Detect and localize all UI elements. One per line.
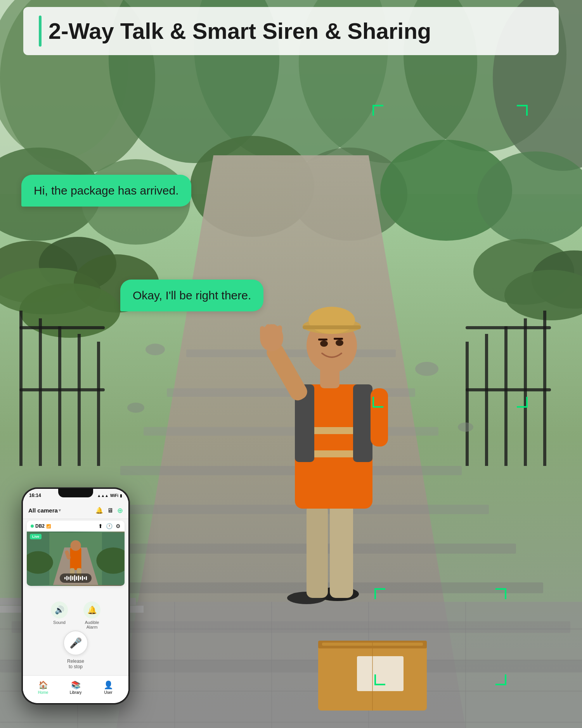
add-icon[interactable]: ⊕: [117, 506, 123, 515]
main-container: 2-Way Talk & Smart Siren & Sharing Hi, t…: [0, 0, 582, 728]
svg-rect-48: [19, 326, 105, 329]
nav-library[interactable]: 📚 Library: [59, 680, 92, 695]
camera-card-header: DB2 📶 ⬆ 🕐 ⚙: [27, 521, 125, 532]
user-nav-label: User: [104, 690, 112, 695]
home-nav-label: Home: [38, 690, 48, 695]
dropdown-arrow: ▾: [59, 508, 61, 513]
live-badge: Live: [30, 534, 42, 539]
history-icon[interactable]: 🕐: [106, 523, 113, 529]
header-action-icons: 🔔 🖥 ⊕: [95, 506, 123, 515]
battery-icon: ▮: [120, 493, 122, 498]
wifi-small-icon: 📶: [46, 524, 51, 528]
svg-rect-83: [303, 325, 361, 329]
mic-button-area: 🎤 Release to stop: [23, 631, 128, 669]
header-section: 2-Way Talk & Smart Siren & Sharing: [23, 7, 559, 55]
audio-wave: [60, 573, 92, 583]
speech-bubble-1: Hi, the package has arrived.: [21, 175, 191, 207]
page-title: 2-Way Talk & Smart Siren & Sharing: [48, 19, 431, 43]
camera-card: DB2 📶 ⬆ 🕐 ⚙: [27, 521, 125, 586]
svg-rect-87: [334, 338, 343, 340]
camera-label[interactable]: All camera ▾: [28, 507, 61, 514]
svg-rect-49: [19, 388, 105, 391]
svg-rect-50: [466, 342, 469, 466]
svg-rect-44: [39, 318, 42, 466]
camera-status-dot: [31, 525, 34, 528]
camera-action-icons: ⬆ 🕐 ⚙: [98, 523, 121, 529]
wave-bar-8: [78, 575, 79, 581]
camera-thumbnail[interactable]: Live: [27, 532, 125, 586]
wifi-icon: WiFi: [110, 493, 118, 498]
sound-label: Sound: [53, 620, 66, 625]
phone-screen: 16:14 ▲▲▲ WiFi ▮ All camera ▾ 🔔 🖥 ⊕: [23, 489, 128, 703]
status-time: 16:14: [29, 493, 41, 498]
svg-point-62: [127, 403, 144, 413]
home-nav-icon: 🏠: [38, 680, 48, 690]
phone-mockup: 16:14 ▲▲▲ WiFi ▮ All camera ▾ 🔔 🖥 ⊕: [21, 487, 130, 705]
nav-home[interactable]: 🏠 Home: [27, 680, 59, 695]
svg-rect-77: [272, 324, 276, 337]
mic-button[interactable]: 🎤: [63, 631, 88, 655]
svg-rect-56: [466, 388, 551, 391]
svg-rect-86: [318, 339, 327, 341]
wave-bar-10: [82, 576, 83, 580]
mic-label: Release to stop: [67, 659, 84, 669]
signal-icon: ▲▲▲: [97, 493, 109, 498]
library-nav-label: Library: [70, 690, 82, 695]
svg-rect-76: [266, 324, 270, 337]
speech-bubble-2: Okay, I'll be right there.: [120, 280, 263, 311]
svg-rect-55: [466, 326, 551, 329]
share-icon[interactable]: ⬆: [98, 523, 103, 529]
phone-notch: [58, 489, 93, 497]
svg-point-85: [336, 340, 343, 346]
svg-rect-26: [144, 427, 438, 436]
alarm-icon: 🔔: [83, 601, 100, 619]
svg-rect-51: [485, 334, 488, 466]
camera-name-label: DB2 📶: [31, 523, 51, 529]
svg-rect-29: [66, 544, 516, 554]
svg-rect-71: [353, 384, 372, 462]
svg-rect-75: [260, 326, 265, 338]
svg-rect-66: [330, 501, 353, 598]
svg-rect-91: [357, 656, 404, 691]
library-nav-icon: 📚: [71, 680, 81, 690]
svg-point-19: [19, 283, 120, 338]
sound-icon: 🔊: [51, 601, 68, 619]
svg-rect-47: [97, 342, 100, 466]
svg-rect-53: [524, 318, 527, 466]
wave-bar-12: [86, 576, 87, 580]
wave-bar-5: [72, 576, 73, 580]
status-icons: ▲▲▲ WiFi ▮: [97, 493, 122, 498]
alarm-control[interactable]: 🔔 AudibleAlarm: [83, 601, 100, 629]
wave-bar-3: [68, 577, 69, 580]
svg-point-59: [146, 344, 165, 355]
svg-rect-24: [186, 349, 396, 357]
svg-point-60: [415, 362, 438, 376]
wave-bar-9: [80, 577, 81, 580]
svg-point-61: [458, 422, 473, 432]
svg-rect-46: [78, 334, 81, 466]
monitor-icon[interactable]: 🖥: [107, 507, 113, 514]
settings-icon[interactable]: ⚙: [116, 523, 121, 529]
svg-point-82: [308, 307, 355, 334]
svg-rect-28: [93, 505, 489, 514]
svg-point-84: [320, 341, 328, 347]
phone-bottom-nav: 🏠 Home 📚 Library 👤 User: [23, 675, 128, 703]
svg-rect-65: [307, 505, 328, 598]
alarm-label: AudibleAlarm: [85, 620, 99, 629]
header-accent: [39, 16, 42, 47]
wave-bar-4: [70, 575, 71, 581]
svg-rect-73: [371, 388, 388, 447]
sound-control[interactable]: 🔊 Sound: [51, 601, 68, 629]
wave-bar-11: [84, 577, 85, 579]
svg-rect-78: [277, 325, 282, 336]
svg-rect-52: [504, 326, 508, 466]
nav-user[interactable]: 👤 User: [92, 680, 125, 695]
phone-controls: 🔊 Sound 🔔 AudibleAlarm: [23, 598, 128, 633]
phone-header: All camera ▾ 🔔 🖥 ⊕: [23, 502, 128, 519]
bell-icon[interactable]: 🔔: [95, 507, 103, 514]
wave-bar-1: [64, 577, 66, 579]
svg-rect-27: [120, 466, 462, 475]
wave-bar-7: [76, 576, 77, 580]
wave-bar-2: [66, 576, 68, 580]
svg-point-97: [70, 540, 81, 551]
